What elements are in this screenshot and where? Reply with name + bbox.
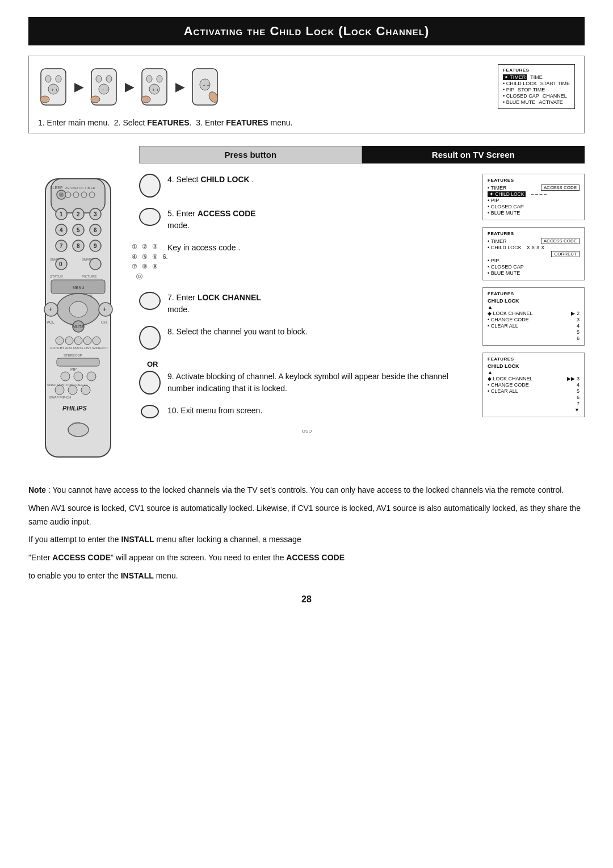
ts1-row-pip: • PIP — [488, 198, 580, 203]
oval-button-5 — [139, 208, 161, 226]
svg-point-15 — [146, 76, 152, 82]
menu-row-timer: ✦ TIMER TIME — [503, 74, 570, 80]
step5-icon — [139, 208, 161, 226]
remote-mini-icon-2: + + — [89, 68, 119, 106]
svg-point-20 — [141, 96, 150, 103]
press-button-header: Press button — [139, 146, 362, 163]
svg-text:+: + — [51, 87, 54, 93]
ts4-title: FEATURES — [488, 357, 580, 362]
step4-remote: + + — [190, 68, 220, 106]
ts1-title: FEATURES — [488, 178, 580, 183]
step8-text: 8. Select the channel you want to block. — [167, 326, 475, 338]
step9-text: 9. Activate blocking of channel. A keylo… — [167, 371, 475, 395]
svg-text:+: + — [48, 305, 52, 313]
step6-icon: ①②③ ④⑤⑥6. ⑦⑧⑨ ⓪ — [139, 242, 161, 282]
ts2-row-closedcap: • CLOSED CAP — [488, 264, 580, 270]
step-9: 9. Activate blocking of channel. A keylo… — [139, 371, 475, 395]
step10-text: 10. Exit menu from screen. — [167, 405, 475, 417]
step9-icon — [139, 371, 161, 395]
step10-icon — [139, 405, 161, 418]
step-10: 10. Exit menu from screen. — [139, 405, 475, 418]
ts3-ch6: 6 — [488, 336, 580, 341]
ts3-subtitle: CHILD LOCK — [488, 298, 580, 304]
tv-screen-4: FEATURES CHILD LOCK ▲ ◆ LOCK CHANNEL ▶▶ … — [482, 353, 585, 417]
step1-remote: + + — [38, 68, 69, 106]
svg-text:V.DOLBY  ADD  PROG.LIST  WIDEA: V.DOLBY ADD PROG.LIST WIDEACT — [50, 346, 108, 350]
svg-point-85 — [87, 372, 96, 381]
svg-point-88 — [68, 385, 77, 395]
osd-label: OSD — [139, 429, 475, 434]
svg-text:+: + — [152, 87, 155, 93]
step5-text: 5. Enter ACCESS CODEmode. — [167, 208, 475, 232]
keypad-mini: ①②③ ④⑤⑥6. ⑦⑧⑨ ⓪ — [132, 242, 167, 282]
ts2-row-childlock: • CHILD LOCK X X X X — [488, 245, 580, 250]
ts2-row-timer: • TIMER ACCESS CODE — [488, 238, 580, 244]
svg-text:SLEEP: SLEEP — [50, 186, 63, 190]
ts1-row-closedcap: • CLOSED CAP — [488, 204, 580, 209]
svg-point-83 — [61, 372, 70, 381]
svg-text:MUTE: MUTE — [73, 325, 84, 329]
ts4-clearall: • CLEAR ALL 5 — [488, 388, 580, 394]
svg-point-2 — [56, 76, 61, 82]
note-2: When AV1 source is locked, CV1 source is… — [28, 502, 585, 529]
step4-text: 4. Select CHILD LOCK . — [167, 174, 475, 186]
ts2-row-pip: • PIP — [488, 258, 580, 263]
ts4-down: ▼ — [488, 407, 580, 413]
ts3-changecode: • CHANGE CODE 3 — [488, 317, 580, 322]
svg-text:PICTURE: PICTURE — [82, 275, 96, 278]
instructions-row: 4. Select CHILD LOCK . 5. Enter ACCESS C… — [139, 174, 585, 434]
svg-text:+: + — [156, 87, 159, 93]
step-8: 8. Select the channel you want to block. — [139, 326, 475, 350]
svg-point-77 — [83, 337, 91, 345]
notes-section: Note : You cannot have access to the loc… — [28, 484, 585, 583]
ts4-lockchannel: ◆ LOCK CHANNEL ▶▶ 3 — [488, 376, 580, 381]
ts4-up: ▲ — [488, 370, 580, 375]
note-4: "Enter ACCESS CODE" will appear on the s… — [28, 551, 585, 565]
ts2-title: FEATURES — [488, 231, 580, 236]
svg-text:1: 1 — [60, 211, 63, 217]
ts4-ch6: 6 — [488, 395, 580, 400]
svg-point-75 — [65, 337, 73, 345]
arrow-1: ▶ — [74, 80, 83, 94]
menu-row-closedcap: • CLOSED CAP CHANNEL — [503, 93, 570, 99]
svg-text:STATUS: STATUS — [50, 275, 63, 278]
svg-text:+: + — [55, 87, 58, 93]
svg-point-58 — [90, 258, 101, 270]
svg-point-9 — [106, 76, 112, 82]
note-3: If you attempt to enter the INSTALL menu… — [28, 533, 585, 547]
result-header: Result on TV Screen — [362, 146, 585, 163]
page-title: Activating the Child Lock (Lock Channel) — [28, 17, 585, 45]
ts3-lockchannel: ◆ LOCK CHANNEL ▶ 2 — [488, 311, 580, 316]
ts3-clearall: • CLEAR ALL 4 — [488, 323, 580, 329]
svg-text:+: + — [102, 87, 104, 93]
menu-row-childlock: • CHILD LOCK START TIME — [503, 81, 570, 86]
svg-text:6: 6 — [94, 227, 97, 233]
main-content: SLEEP AV OSD CC TIMER 1 2 3 4 — [28, 146, 585, 470]
left-col-remote: SLEEP AV OSD CC TIMER 1 2 3 4 — [28, 146, 128, 470]
oval-button-4 — [139, 174, 161, 198]
svg-text:7: 7 — [60, 243, 63, 249]
svg-point-84 — [74, 372, 83, 381]
svg-text:MENU: MENU — [73, 286, 85, 290]
note-5: to enable you to enter the INSTALL menu. — [28, 569, 585, 583]
svg-text:PIP: PIP — [70, 367, 77, 371]
ts2-row-bluemute: • BLUE MUTE — [488, 270, 580, 276]
svg-text:+: + — [103, 305, 107, 313]
svg-text:AV OSD CC TIMER: AV OSD CC TIMER — [65, 186, 95, 190]
tv-screen-3: FEATURES CHILD LOCK ▲ ◆ LOCK CHANNEL ▶ 2… — [482, 287, 585, 346]
svg-text:+: + — [106, 87, 108, 93]
section-headers: Press button Result on TV Screen — [139, 146, 585, 163]
ts3-title: FEATURES — [488, 291, 580, 296]
svg-text:4: 4 — [60, 227, 63, 233]
svg-text:PHILIPS: PHILIPS — [62, 405, 87, 412]
note-1: Note : You cannot have access to the loc… — [28, 484, 585, 497]
svg-rect-81 — [57, 358, 99, 366]
svg-point-76 — [74, 337, 82, 345]
ts1-row-bluemute: • BLUE MUTE — [488, 210, 580, 216]
step2-remote: + + — [89, 68, 119, 106]
svg-point-87 — [55, 385, 64, 395]
oval-button-9 — [139, 371, 161, 395]
svg-point-74 — [56, 337, 64, 345]
ts4-subtitle: CHILD LOCK — [488, 363, 580, 369]
svg-text:+: + — [203, 83, 205, 88]
